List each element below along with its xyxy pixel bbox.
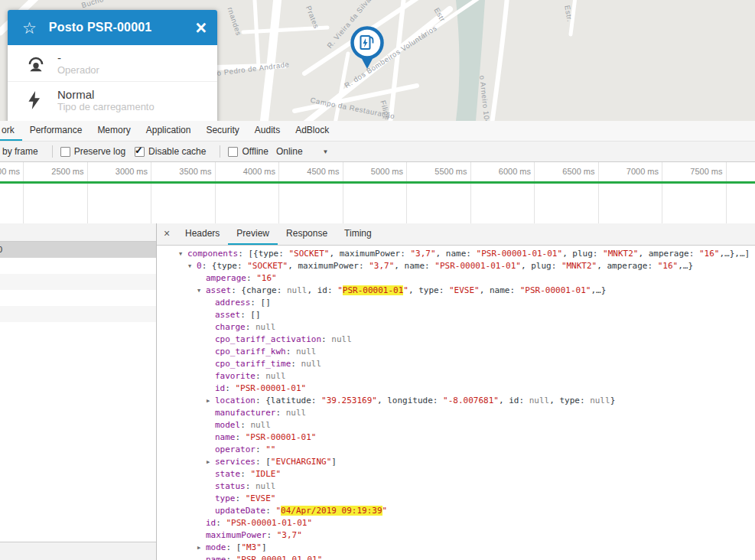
tree-line: updateDate: "04/Apr/2019 09:19:39": [157, 505, 755, 517]
json-key: asset: [206, 285, 231, 295]
network-controls: by frame Preserve log Disable cache Offl…: [0, 142, 755, 162]
json-text: :: [255, 371, 265, 381]
tab-security[interactable]: Security: [198, 121, 246, 141]
json-string: ": [382, 506, 388, 516]
tree-line[interactable]: ▶services: ["EVCHARGING"]: [157, 456, 755, 468]
request-list-header: [0, 223, 156, 242]
tree-line[interactable]: ▶location: {latitude: "39.253169", longi…: [157, 395, 755, 407]
json-string: "SOCKET": [247, 261, 288, 271]
json-text: , type:: [549, 396, 590, 405]
request-list-panel: 0: [0, 223, 156, 560]
collapse-arrow-icon[interactable]: ▼: [188, 260, 197, 272]
json-text: ,…}: [678, 261, 693, 271]
disable-cache-checkbox[interactable]: [135, 147, 145, 157]
network-request-row[interactable]: [0, 258, 156, 274]
json-key: maximumPower: [206, 530, 266, 540]
json-text: , name:: [436, 249, 477, 259]
favorite-star-icon[interactable]: ☆: [22, 20, 37, 36]
timeline-tick: 3000 ms: [91, 167, 148, 176]
tree-line: cpo_tariff_time: null: [157, 358, 755, 370]
detail-tab-timing[interactable]: Timing: [336, 223, 380, 245]
json-text: :: [321, 334, 331, 344]
json-text: , type:: [408, 285, 449, 295]
preserve-log-checkbox[interactable]: [60, 147, 70, 157]
request-detail-panel: × HeadersPreviewResponseTiming ▼componen…: [157, 223, 755, 560]
search-highlight: PSR-00001-01: [343, 285, 403, 295]
map-canvas[interactable]: BuchornandesPratesR. Vieira da SilvaEstr…: [0, 0, 755, 122]
json-text: , name:: [480, 285, 520, 295]
tree-line[interactable]: ▼asset: {charge: null, id: "PSR-00001-01…: [157, 285, 755, 297]
close-detail-icon[interactable]: ×: [157, 223, 177, 245]
json-text: , maximumPower:: [288, 261, 369, 271]
json-text: ]: [262, 542, 267, 552]
json-text: :: [246, 273, 256, 283]
json-string: "3,7": [277, 530, 302, 540]
detail-tab-preview[interactable]: Preview: [228, 223, 278, 245]
tab-memory[interactable]: Memory: [89, 121, 138, 141]
network-request-row[interactable]: [0, 274, 156, 290]
gridline: [278, 184, 279, 225]
collapse-arrow-icon[interactable]: ▼: [197, 285, 206, 297]
json-text: : []: [240, 310, 261, 320]
tab-performance[interactable]: Performance: [22, 121, 90, 141]
json-string: "EVSE": [246, 493, 276, 503]
gridline: [406, 162, 407, 181]
json-key: state: [215, 469, 240, 479]
popup-close-icon[interactable]: ×: [195, 18, 207, 37]
detail-tab-headers[interactable]: Headers: [177, 223, 228, 245]
json-text: :: [265, 506, 275, 516]
json-text: : [: [226, 542, 242, 552]
gridline: [662, 184, 662, 225]
tab-audits[interactable]: Audits: [247, 121, 288, 141]
timeline-tick: 6500 ms: [539, 167, 595, 176]
gridline: [23, 162, 24, 181]
json-string: "MNKT2": [561, 261, 597, 271]
expand-arrow-icon[interactable]: ▶: [207, 395, 215, 407]
gridline: [23, 184, 24, 225]
gridline: [534, 184, 535, 225]
tree-line[interactable]: ▶mode: ["M3"]: [157, 542, 755, 554]
json-key: 0: [197, 261, 202, 271]
json-string: "PSR-00001-01-01": [477, 249, 563, 259]
tab-adblock[interactable]: AdBlock: [288, 121, 337, 141]
gridline: [470, 162, 471, 181]
network-request-row[interactable]: [0, 290, 156, 306]
json-key: asset: [215, 310, 240, 320]
network-request-row-selected[interactable]: 0: [0, 242, 156, 258]
network-request-row[interactable]: [0, 306, 156, 322]
collapse-arrow-icon[interactable]: ▼: [179, 248, 187, 260]
tree-line: operator: "": [157, 444, 755, 456]
json-text: : [: [255, 457, 271, 467]
json-text: :: [291, 359, 301, 369]
timeline-tick: 4000 ms: [219, 167, 275, 176]
tree-line: id: "PSR-00001-01": [157, 383, 755, 395]
gridline: [215, 184, 216, 225]
expand-arrow-icon[interactable]: ▶: [207, 456, 215, 468]
tab-application[interactable]: Application: [138, 121, 199, 141]
tab-ork[interactable]: ork: [0, 121, 22, 141]
json-null: null: [331, 334, 352, 344]
json-key: updateDate: [215, 506, 265, 516]
json-text: , longitude:: [377, 396, 443, 405]
chevron-down-icon[interactable]: ▼: [323, 148, 329, 155]
tree-line[interactable]: ▼0: {type: "SOCKET", maximumPower: "3,7"…: [157, 260, 755, 272]
expand-arrow-icon[interactable]: ▶: [197, 542, 206, 554]
json-string: "PSR-00001-01": [236, 383, 307, 393]
json-string: "SOCKET": [288, 249, 329, 259]
ev-station-marker[interactable]: [347, 25, 387, 73]
tree-line: model: null: [157, 419, 755, 431]
json-key: charge: [215, 322, 246, 332]
gridline: [534, 162, 535, 181]
tree-line: manufacturer: null: [157, 407, 755, 419]
throttling-select[interactable]: Online: [276, 146, 303, 157]
json-string: "16": [699, 249, 720, 259]
popup-title: Posto PSR-00001: [49, 21, 152, 34]
operator-value: -: [57, 51, 99, 64]
tree-line[interactable]: ▼components: [{type: "SOCKET", maximumPo…: [157, 248, 755, 260]
detail-tab-response[interactable]: Response: [278, 223, 336, 245]
json-key: location: [215, 396, 255, 405]
offline-checkbox[interactable]: [228, 147, 238, 157]
devtools-panel: orkPerformanceMemoryApplicationSecurityA…: [0, 121, 755, 560]
json-null: null: [287, 285, 308, 295]
json-string: "16": [658, 261, 679, 271]
